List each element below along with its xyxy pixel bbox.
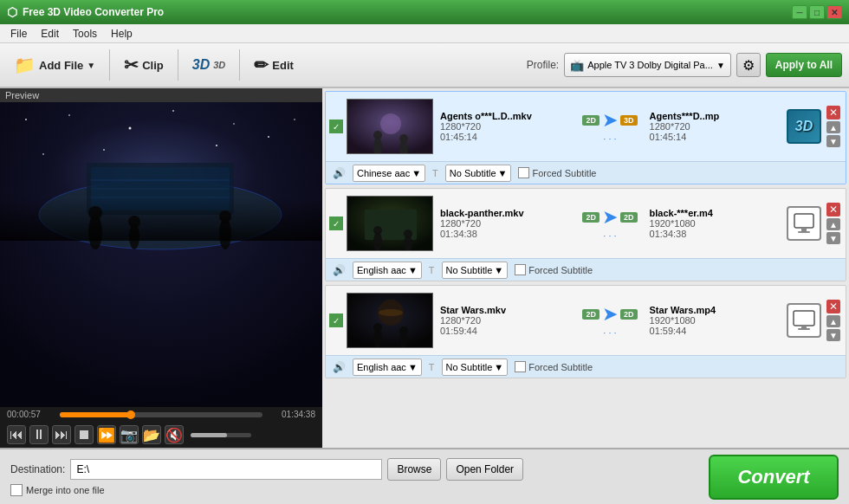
subtitle-select-1[interactable]: No Subtitle ▼ xyxy=(445,165,512,182)
file-row-main-2: black-panther.mkv 1280*720 01:34:38 2D ➤… xyxy=(326,189,846,258)
file-checkbox-2[interactable] xyxy=(329,216,343,230)
file-checkbox-3[interactable] xyxy=(329,313,343,327)
subtitle-select-3[interactable]: No Subtitle ▼ xyxy=(442,359,509,376)
window-controls: ─ □ ✕ xyxy=(792,5,842,19)
menu-help[interactable]: Help xyxy=(104,26,139,42)
svg-rect-38 xyxy=(794,214,813,228)
edit-button[interactable]: ✏ Edit xyxy=(247,51,301,79)
add-file-icon: 📁 xyxy=(14,55,36,75)
move-down-3-button[interactable]: ▼ xyxy=(826,329,840,341)
3d-button[interactable]: 3D 3D xyxy=(185,54,233,76)
move-up-2-button[interactable]: ▲ xyxy=(826,218,840,230)
apply-to-all-button[interactable]: Apply to All xyxy=(766,53,842,77)
file-dur-2: 01:34:38 xyxy=(440,229,570,239)
time-bar: 00:00:57 01:34:38 xyxy=(0,407,322,422)
menu-edit[interactable]: Edit xyxy=(34,26,66,42)
output-name-1: Agents***D..mp xyxy=(650,111,780,121)
next-frame-button[interactable]: ⏩ xyxy=(97,425,116,444)
svg-point-2 xyxy=(68,114,70,116)
profile-dropdown-icon: ▼ xyxy=(716,61,725,70)
profile-select[interactable]: 📺 Apple TV 3 Dolby Digital Pa... ▼ xyxy=(564,53,731,77)
output-res-1: 1280*720 xyxy=(650,121,780,132)
format-badge-2 xyxy=(787,206,821,241)
main-content: Preview xyxy=(0,88,849,448)
svg-point-10 xyxy=(294,119,295,120)
controls-bar: ⏮ ⏸ ⏭ ⏹ ⏩ 📷 📂 🔇 xyxy=(0,422,322,448)
svg-point-27 xyxy=(380,113,401,134)
rewind-button[interactable]: ⏮ xyxy=(7,425,26,444)
forced-sub-checkbox-2[interactable] xyxy=(515,264,526,275)
open-folder-button[interactable]: Open Folder xyxy=(446,458,523,481)
clip-label: Clip xyxy=(142,59,164,72)
audio-icon-3: 🔊 xyxy=(333,361,346,373)
menu-tools[interactable]: Tools xyxy=(66,26,104,42)
arrow-icon-3: ➤ xyxy=(602,303,618,326)
folder-button[interactable]: 📂 xyxy=(142,425,161,444)
file-row-sub-3: 🔊 English aac ▼ T No Subtitle ▼ Forced S… xyxy=(326,355,846,378)
file-info-3: Star Wars.mkv 1280*720 01:59:44 xyxy=(437,303,574,338)
dim-badge-out-2: 2D xyxy=(620,212,638,223)
move-down-1-button[interactable]: ▼ xyxy=(826,135,840,147)
add-file-button[interactable]: 📁 Add File ▼ xyxy=(7,51,102,79)
subtitle-select-2[interactable]: No Subtitle ▼ xyxy=(442,262,509,279)
gear-button[interactable]: ⚙ xyxy=(736,53,761,77)
volume-track[interactable] xyxy=(191,433,251,437)
file-name-2: black-panther.mkv xyxy=(440,208,570,218)
stop-button[interactable]: ⏹ xyxy=(75,425,94,444)
merge-label: Merge into one file xyxy=(26,485,105,495)
output-res-3: 1920*1080 xyxy=(650,315,780,326)
remove-file-3-button[interactable]: ✕ xyxy=(826,300,840,313)
svg-point-45 xyxy=(373,323,382,332)
convert-button[interactable]: Convert xyxy=(709,455,839,500)
forced-subtitle-2[interactable]: Forced Subtitle xyxy=(515,264,593,275)
add-file-dropdown-icon[interactable]: ▼ xyxy=(87,61,95,70)
move-up-1-button[interactable]: ▲ xyxy=(826,121,840,133)
destination-row: Destination: Browse Open Folder xyxy=(10,458,700,481)
audio-select-3[interactable]: English aac ▼ xyxy=(353,359,422,376)
screenshot-button[interactable]: 📷 xyxy=(120,425,139,444)
browse-button[interactable]: Browse xyxy=(387,458,441,481)
minimize-button[interactable]: ─ xyxy=(792,5,807,19)
move-up-3-button[interactable]: ▲ xyxy=(826,315,840,327)
progress-fill xyxy=(60,412,131,417)
subtitle-value-2: No Subtitle xyxy=(446,265,493,275)
forced-subtitle-3[interactable]: Forced Subtitle xyxy=(515,361,593,372)
clip-button[interactable]: ✂ Clip xyxy=(117,51,171,79)
svg-point-34 xyxy=(373,232,382,251)
file-res-1: 1280*720 xyxy=(440,121,570,132)
forced-sub-checkbox-3[interactable] xyxy=(515,361,526,372)
toolbar: 📁 Add File ▼ ✂ Clip 3D 3D ✏ Edit Profile… xyxy=(0,43,849,88)
merge-row: Merge into one file xyxy=(10,484,700,496)
maximize-button[interactable]: □ xyxy=(809,5,825,19)
merge-checkbox[interactable] xyxy=(10,484,23,496)
close-button[interactable]: ✕ xyxy=(826,5,842,19)
destination-input[interactable] xyxy=(70,459,382,480)
dim-badge-out-1: 3D xyxy=(620,115,638,126)
forced-sub-checkbox-1[interactable] xyxy=(518,167,529,178)
format-badge-1: 3D xyxy=(787,109,821,144)
add-file-label: Add File xyxy=(39,59,83,72)
svg-point-43 xyxy=(379,309,403,316)
progress-thumb[interactable] xyxy=(126,410,135,419)
dim-badge-in-2: 2D xyxy=(582,212,599,223)
file-row-sub-2: 🔊 English aac ▼ T No Subtitle ▼ Forced S… xyxy=(326,258,846,281)
move-down-2-button[interactable]: ▼ xyxy=(826,232,840,244)
pause-button[interactable]: ⏸ xyxy=(29,425,49,444)
file-checkbox-1[interactable] xyxy=(329,120,343,133)
conv-arrow-2: 2D ➤ 2D · · · xyxy=(577,206,642,241)
file-row-main-3: Star Wars.mkv 1280*720 01:59:44 2D ➤ 2D … xyxy=(326,286,846,355)
svg-point-37 xyxy=(404,229,412,238)
audio-select-1[interactable]: Chinese aac ▼ xyxy=(353,165,425,182)
dim-badge-out-3: 2D xyxy=(620,309,638,320)
audio-select-2[interactable]: English aac ▼ xyxy=(353,262,422,279)
forced-subtitle-1[interactable]: Forced Subtitle xyxy=(518,167,596,178)
fast-forward-button[interactable]: ⏭ xyxy=(52,425,71,444)
menu-file[interactable]: File xyxy=(3,26,34,42)
preview-panel: Preview xyxy=(0,88,322,448)
format-badge-3 xyxy=(787,303,821,338)
volume-icon[interactable]: 🔇 xyxy=(165,425,184,444)
subtitle-dropdown-icon-2: ▼ xyxy=(494,265,503,275)
remove-file-2-button[interactable]: ✕ xyxy=(826,203,840,216)
progress-track[interactable] xyxy=(60,412,262,417)
remove-file-1-button[interactable]: ✕ xyxy=(826,106,840,120)
